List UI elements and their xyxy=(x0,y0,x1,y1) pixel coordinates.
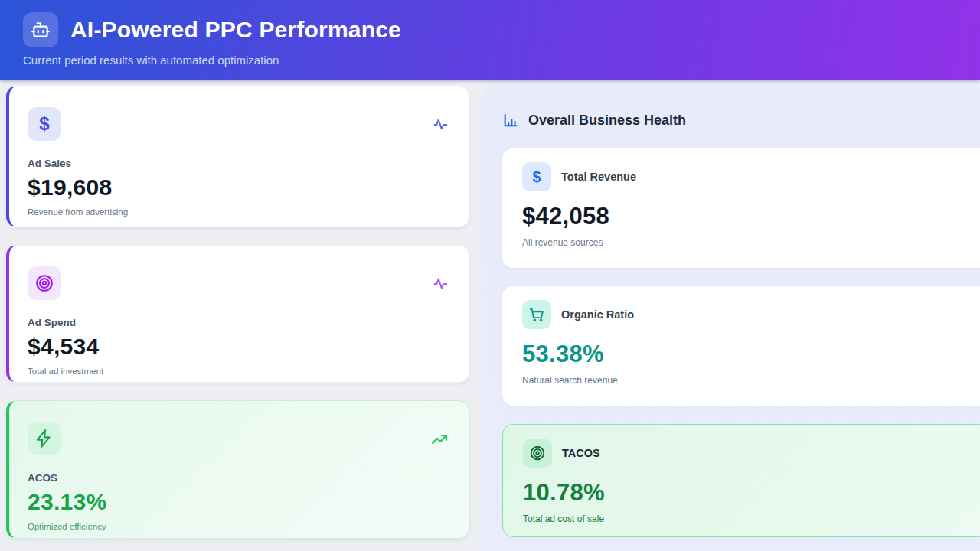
metric-value: 23.13% xyxy=(28,489,450,515)
dollar-icon-tile: $ xyxy=(522,162,551,191)
metric-label: Ad Spend xyxy=(28,317,450,328)
target-icon xyxy=(34,273,54,293)
health-card-label: TACOS xyxy=(562,447,600,459)
health-card-label: Total Revenue xyxy=(561,171,636,183)
metric-description: Optimized efficiency xyxy=(28,522,450,531)
activity-icon xyxy=(432,275,449,292)
zap-icon-tile xyxy=(28,422,61,455)
dollar-sign-icon: $ xyxy=(39,115,49,133)
health-card-value: 53.38% xyxy=(522,341,969,368)
health-card-description: All revenue sources xyxy=(522,237,969,248)
health-card-tacos[interactable]: TACOS 10.78% Total ad cost of sale xyxy=(502,424,980,537)
business-health-panel: Overall Business Health $ Total Revenue … xyxy=(481,86,980,551)
health-card-label: Organic Ratio xyxy=(561,308,634,321)
metric-value: $19,608 xyxy=(28,174,450,201)
shopping-cart-icon-tile xyxy=(522,300,551,329)
trending-up-icon xyxy=(430,430,449,448)
dollar-icon-tile: $ xyxy=(28,107,61,141)
metric-description: Total ad investment xyxy=(28,367,450,376)
health-card-total-revenue[interactable]: $ Total Revenue $42,058 All revenue sour… xyxy=(502,148,980,268)
header-banner: AI-Powered PPC Performance Current perio… xyxy=(0,0,980,80)
page-subtitle: Current period results with automated op… xyxy=(23,54,959,67)
health-card-description: Natural search revenue xyxy=(522,375,969,386)
activity-icon xyxy=(432,116,449,132)
metric-card-acos[interactable]: ACOS 23.13% Optimized efficiency xyxy=(6,400,469,539)
target-icon-tile xyxy=(28,266,61,300)
zap-icon xyxy=(34,429,54,448)
page-title: AI-Powered PPC Performance xyxy=(70,17,401,43)
metric-label: ACOS xyxy=(28,472,450,484)
health-card-value: $42,058 xyxy=(522,203,969,230)
health-card-description: Total ad cost of sale xyxy=(523,514,969,524)
metric-card-ad-sales[interactable]: $ Ad Sales $19,608 Revenue from advertis… xyxy=(6,86,469,227)
metric-description: Revenue from advertising xyxy=(28,207,450,217)
target-icon-tile xyxy=(523,439,552,468)
metric-label: Ad Sales xyxy=(28,158,450,169)
dollar-sign-icon: $ xyxy=(532,169,541,184)
health-card-value: 10.78% xyxy=(523,479,969,507)
bot-icon xyxy=(31,20,51,40)
ppc-metrics-column: $ Ad Sales $19,608 Revenue from advertis… xyxy=(6,86,469,539)
bar-chart-icon xyxy=(502,112,519,129)
health-card-organic-ratio[interactable]: Organic Ratio 53.38% Natural search reve… xyxy=(502,286,980,406)
panel-title: Overall Business Health xyxy=(528,112,686,129)
bot-icon-tile xyxy=(23,12,58,47)
shopping-cart-icon xyxy=(528,306,545,323)
target-icon xyxy=(529,445,546,461)
metric-value: $4,534 xyxy=(28,334,450,360)
metric-card-ad-spend[interactable]: Ad Spend $4,534 Total ad investment xyxy=(6,245,469,383)
